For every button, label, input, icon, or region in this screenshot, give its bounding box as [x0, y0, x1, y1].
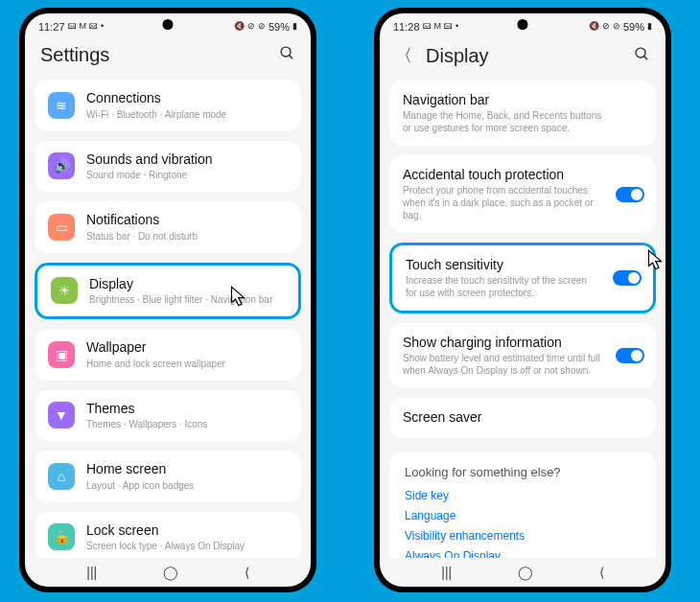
camera-notch — [518, 19, 528, 30]
item-icon: ≋ — [48, 92, 75, 119]
search-icon[interactable] — [634, 46, 650, 66]
status-time: 11:28 — [393, 21, 420, 33]
extras-link[interactable]: Always On Display — [405, 549, 641, 558]
item-title: Connections — [86, 90, 288, 107]
battery-icon: ▮ — [647, 22, 652, 31]
phone-right: 11:28 🖂 M 🖂 • 🔇 ⊘ ⊘ 59% ▮ 〈 Display Navi… — [374, 8, 671, 592]
item-title: Show charging information — [403, 335, 642, 350]
page-title: Settings — [40, 44, 266, 66]
signal-icon: ⊘ — [613, 22, 620, 31]
item-title: Sounds and vibration — [86, 151, 288, 169]
settings-item-notifications[interactable]: ▭ Notifications Status bar · Do not dist… — [35, 201, 301, 253]
item-title: Lock screen — [86, 522, 288, 540]
status-time: 11:27 — [38, 21, 65, 33]
item-title: Display — [89, 276, 285, 293]
item-sub: Screen lock type · Always On Display — [86, 540, 288, 552]
status-icon: • — [455, 22, 458, 31]
item-title: Accidental touch protection — [403, 167, 642, 182]
item-title: Themes — [86, 401, 288, 418]
battery-percent: 59% — [268, 21, 290, 33]
settings-item-display[interactable]: ☀ Display Brightness · Blue light filter… — [35, 263, 301, 320]
extras-title: Looking for something else? — [405, 465, 641, 479]
screen: 11:28 🖂 M 🖂 • 🔇 ⊘ ⊘ 59% ▮ 〈 Display Navi… — [380, 13, 665, 587]
item-title: Navigation bar — [403, 92, 642, 107]
item-sub: Protect your phone from accidental touch… — [403, 184, 642, 221]
settings-item-wallpaper[interactable]: ▣ Wallpaper Home and lock screen wallpap… — [35, 329, 301, 381]
status-icon: M — [80, 22, 87, 31]
item-icon: 🔊 — [48, 152, 75, 179]
item-sub: Status bar · Do not disturb — [86, 230, 288, 243]
item-sub: Themes · Wallpapers · Icons — [86, 418, 288, 430]
status-icon: 🖂 — [423, 22, 432, 31]
extras-link[interactable]: Language — [405, 509, 641, 522]
back-icon[interactable]: 〈 — [395, 44, 412, 67]
nav-home[interactable]: ◯ — [163, 565, 178, 580]
item-icon: 🔒 — [48, 523, 75, 550]
extras-link[interactable]: Visibility enhancements — [405, 529, 641, 543]
item-icon: ▭ — [48, 214, 75, 241]
nav-bar: ||| ◯ ⟨ — [380, 558, 665, 587]
camera-notch — [163, 19, 174, 30]
status-icon: • — [101, 22, 104, 31]
item-icon: ☀ — [51, 277, 78, 304]
display-list: Navigation barManage the Home, Back, and… — [380, 81, 665, 558]
screen: 11:27 🖂 M 🖂 • 🔇 ⊘ ⊘ 59% ▮ Settings ≋ Con — [25, 13, 311, 587]
item-sub: Brightness · Blue light filter · Navigat… — [89, 293, 285, 306]
settings-item-lock-screen[interactable]: 🔒 Lock screen Screen lock type · Always … — [35, 512, 301, 559]
nav-recents[interactable]: ||| — [86, 565, 97, 580]
settings-item-themes[interactable]: ▼ Themes Themes · Wallpapers · Icons — [35, 390, 301, 442]
nav-home[interactable]: ◯ — [518, 565, 533, 580]
item-icon: ⌂ — [48, 463, 75, 490]
display-item-screen-saver[interactable]: Screen saver — [389, 398, 656, 438]
nav-back[interactable]: ⟨ — [245, 565, 249, 580]
svg-line-1 — [290, 56, 293, 59]
toggle-switch[interactable] — [616, 187, 644, 202]
display-item-show-charging-information[interactable]: Show charging informationShow battery le… — [389, 323, 656, 388]
phone-left: 11:27 🖂 M 🖂 • 🔇 ⊘ ⊘ 59% ▮ Settings ≋ Con — [19, 8, 316, 592]
nav-bar: ||| ◯ ⟨ — [25, 558, 311, 587]
item-sub: Sound mode · Ringtone — [86, 169, 288, 181]
page-title: Display — [426, 45, 620, 67]
settings-item-home-screen[interactable]: ⌂ Home screen Layout · App icon badges — [35, 451, 301, 502]
search-icon[interactable] — [279, 45, 295, 65]
nav-back[interactable]: ⟨ — [599, 565, 604, 580]
display-item-touch-sensitivity[interactable]: Touch sensitivityIncrease the touch sens… — [389, 243, 656, 313]
dnd-icon: ⊘ — [602, 22, 610, 31]
battery-icon: ▮ — [292, 22, 297, 31]
display-item-accidental-touch-protection[interactable]: Accidental touch protectionProtect your … — [389, 155, 656, 233]
dnd-icon: ⊘ — [247, 22, 255, 31]
svg-line-3 — [644, 56, 648, 59]
item-sub: Wi-Fi · Bluetooth · Airplane mode — [86, 108, 288, 121]
toggle-switch[interactable] — [613, 270, 642, 286]
extras-section: Looking for something else?Side keyLangu… — [389, 452, 656, 558]
status-icon: 🖂 — [68, 22, 77, 31]
item-title: Home screen — [86, 461, 288, 478]
item-icon: ▼ — [48, 402, 75, 428]
item-icon: ▣ — [48, 341, 75, 368]
nav-recents[interactable]: ||| — [441, 565, 452, 580]
settings-item-sounds-and-vibration[interactable]: 🔊 Sounds and vibration Sound mode · Ring… — [35, 141, 301, 193]
item-title: Notifications — [86, 212, 288, 229]
signal-icon: ⊘ — [258, 22, 266, 31]
svg-point-2 — [636, 48, 645, 58]
mute-icon: 🔇 — [589, 22, 599, 31]
mute-icon: 🔇 — [234, 22, 245, 31]
status-icon: M — [434, 22, 442, 31]
item-sub: Show battery level and estimated time un… — [403, 352, 642, 377]
item-title: Wallpaper — [86, 339, 288, 357]
toggle-switch[interactable] — [616, 348, 644, 363]
svg-point-0 — [281, 47, 291, 57]
header: 〈 Display — [380, 35, 665, 81]
status-icon: 🖂 — [444, 22, 453, 31]
status-icon: 🖂 — [89, 22, 98, 31]
settings-item-connections[interactable]: ≋ Connections Wi-Fi · Bluetooth · Airpla… — [35, 80, 301, 131]
battery-percent: 59% — [623, 21, 644, 33]
item-sub: Layout · App icon badges — [86, 479, 288, 492]
item-sub: Increase the touch sensitivity of the sc… — [406, 274, 640, 299]
settings-list: ≋ Connections Wi-Fi · Bluetooth · Airpla… — [25, 80, 311, 558]
display-item-navigation-bar[interactable]: Navigation barManage the Home, Back, and… — [389, 81, 656, 146]
item-title: Screen saver — [403, 409, 642, 425]
item-sub: Home and lock screen wallpaper — [86, 358, 288, 370]
extras-link[interactable]: Side key — [405, 489, 641, 502]
item-title: Touch sensitivity — [406, 257, 640, 272]
